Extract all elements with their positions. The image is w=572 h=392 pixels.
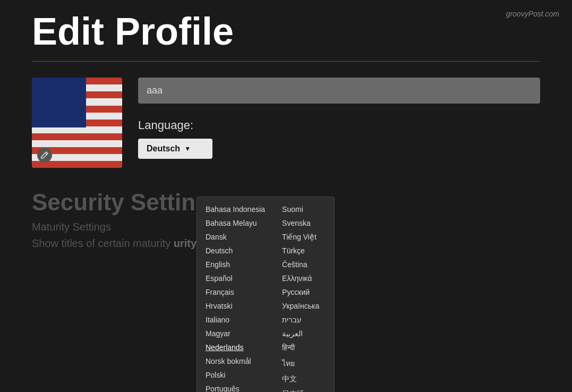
- dropdown-item-left-4[interactable]: English: [197, 258, 274, 271]
- dropdown-arrow-icon: ▼: [184, 145, 191, 152]
- dropdown-item-left-11[interactable]: Norsk bokmål: [197, 354, 274, 368]
- dropdown-item-left-5[interactable]: Español: [197, 271, 274, 285]
- dropdown-item-right-12[interactable]: 中文: [274, 372, 334, 387]
- dropdown-right-column: SuomiSvenskaTiếng ViệtTürkçeČeštinaΕλλην…: [274, 200, 334, 392]
- watermark: groovyPost.com: [506, 10, 559, 18]
- dropdown-left-column: Bahasa IndonesiaBahasa MelayuDanskDeutsc…: [197, 200, 274, 392]
- dropdown-item-left-12[interactable]: Polski: [197, 368, 274, 382]
- dropdown-item-right-9[interactable]: العربية: [274, 327, 334, 340]
- dropdown-item-right-1[interactable]: Svenska: [274, 216, 334, 230]
- dropdown-item-right-0[interactable]: Suomi: [274, 202, 334, 216]
- svg-line-0: [45, 153, 47, 155]
- dropdown-item-left-10[interactable]: Nederlands: [197, 340, 274, 354]
- dropdown-item-left-13[interactable]: Português: [197, 382, 274, 392]
- dropdown-item-right-3[interactable]: Türkçe: [274, 244, 334, 258]
- language-label: Language:: [138, 118, 540, 132]
- language-dropdown-menu: Bahasa IndonesiaBahasa MelayuDanskDeutsc…: [197, 197, 335, 392]
- dropdown-item-right-11[interactable]: ไทย: [274, 355, 334, 372]
- dropdown-item-left-6[interactable]: Français: [197, 285, 274, 299]
- page-title: Edit Profile: [0, 0, 572, 53]
- dropdown-item-right-4[interactable]: Čeština: [274, 258, 334, 271]
- dropdown-item-left-7[interactable]: Hrvatski: [197, 299, 274, 313]
- dropdown-item-right-6[interactable]: Русский: [274, 285, 334, 299]
- dropdown-item-right-5[interactable]: Ελληνικά: [274, 271, 334, 285]
- avatar: [32, 78, 122, 168]
- dropdown-item-left-1[interactable]: Bahasa Melayu: [197, 216, 274, 230]
- dropdown-item-right-10[interactable]: हिन्दी: [274, 340, 334, 355]
- dropdown-item-right-2[interactable]: Tiếng Việt: [274, 230, 334, 244]
- language-dropdown-button[interactable]: Deutsch ▼: [138, 139, 212, 159]
- username-input[interactable]: [138, 78, 540, 104]
- dropdown-item-left-3[interactable]: Deutsch: [197, 244, 274, 258]
- dropdown-item-left-8[interactable]: Italiano: [197, 313, 274, 327]
- dropdown-item-left-9[interactable]: Magyar: [197, 327, 274, 340]
- dropdown-item-right-13[interactable]: 日本語: [274, 387, 334, 392]
- dropdown-item-right-8[interactable]: עברית: [274, 313, 334, 327]
- edit-avatar-button[interactable]: [37, 148, 52, 163]
- selected-language: Deutsch: [147, 144, 180, 154]
- right-panel: Language: Deutsch ▼: [138, 78, 540, 168]
- dropdown-item-left-0[interactable]: Bahasa Indonesia: [197, 202, 274, 216]
- dropdown-item-left-2[interactable]: Dansk: [197, 230, 274, 244]
- dropdown-item-right-7[interactable]: Українська: [274, 299, 334, 313]
